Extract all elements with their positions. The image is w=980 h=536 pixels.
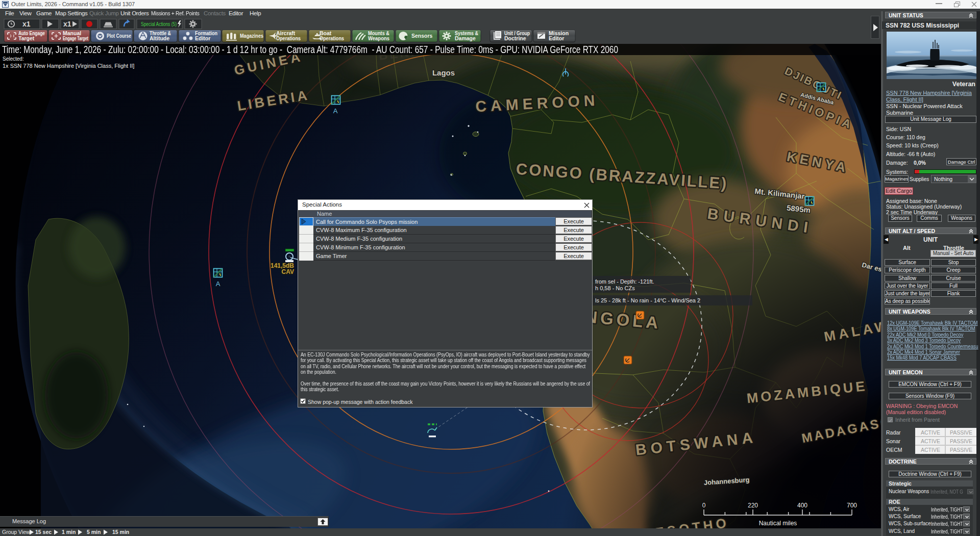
svg-text:ls 25 - 28k ft - No rain - 14°: ls 25 - 28k ft - No rain - 14°C - Wind/S… [595,297,700,303]
svg-text:Operations: Operations [276,35,301,41]
svg-text:0: 0 [702,502,706,509]
svg-text:Engage Target: Engage Target [63,35,88,41]
svg-text:Sensors: Sensors [411,33,433,39]
svg-text:Plot Course: Plot Course [107,33,131,39]
svg-text:CAV: CAV [282,268,294,275]
svg-text:Doctrine: Doctrine [504,35,526,41]
svg-text:400: 400 [797,502,807,509]
svg-text:Operations: Operations [320,35,344,41]
svg-text:Magazines: Magazines [240,33,263,39]
svg-text:x1: x1 [63,20,71,28]
svg-text:Editor: Editor [549,35,564,41]
svg-text:x1: x1 [22,20,31,28]
svg-text:Target: Target [18,35,35,41]
svg-text:from sel - Depth: -121ft.: from sel - Depth: -121ft. [595,278,654,285]
svg-text:Special Actions (5): Special Actions (5) [141,21,177,27]
svg-text:h 0,58 - No CZs: h 0,58 - No CZs [595,285,635,291]
svg-text:Editor: Editor [195,35,210,41]
svg-text:A: A [216,280,220,288]
svg-text:Altitude: Altitude [150,35,169,41]
svg-text:Lagos: Lagos [432,68,455,77]
svg-text:A: A [333,107,338,115]
svg-text:Nautical miles: Nautical miles [759,520,797,527]
svg-text:Weapons: Weapons [368,35,389,41]
svg-text:700: 700 [847,502,857,509]
svg-text:220: 220 [748,502,758,509]
svg-text:Damage: Damage [455,35,476,41]
